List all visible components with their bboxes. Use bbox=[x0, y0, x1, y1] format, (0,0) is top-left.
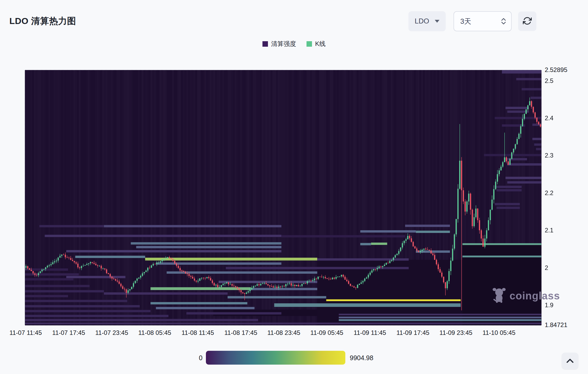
refresh-icon bbox=[523, 16, 532, 26]
colorbar-gradient bbox=[206, 351, 345, 365]
x-axis-label: 11-07 11:45 bbox=[9, 329, 42, 336]
x-axis-label: 11-08 23:45 bbox=[267, 329, 300, 336]
x-axis-label: 11-09 05:45 bbox=[310, 329, 343, 336]
colorbar-max-label: 9904.98 bbox=[350, 354, 373, 362]
y-axis-label: 2.1 bbox=[545, 227, 553, 234]
coin-select[interactable]: LDO bbox=[408, 11, 446, 31]
colorbar-min-label: 0 bbox=[0, 354, 203, 362]
timeframe-select-value: 3天 bbox=[460, 17, 471, 26]
y-axis-label: 1.9 bbox=[545, 301, 553, 309]
chevron-down-icon bbox=[435, 20, 439, 23]
x-axis-label: 11-07 17:45 bbox=[52, 329, 85, 336]
time-axis: 11-07 11:4511-07 17:4511-07 23:4511-08 0… bbox=[0, 329, 588, 337]
y-axis-label: 2.5 bbox=[545, 77, 553, 85]
x-axis-label: 11-09 11:45 bbox=[354, 329, 386, 336]
liquidation-heatmap-canvas[interactable] bbox=[25, 70, 541, 325]
legend-item-liquidation[interactable]: 清算强度 bbox=[262, 40, 296, 48]
x-axis-label: 11-09 17:45 bbox=[396, 329, 429, 336]
x-axis-label: 11-10 05:45 bbox=[482, 329, 515, 336]
chart-legend: 清算强度 K线 bbox=[0, 40, 588, 48]
y-axis-label: 2.3 bbox=[545, 152, 553, 159]
coin-select-value: LDO bbox=[415, 17, 429, 25]
chevron-up-icon bbox=[566, 358, 574, 364]
y-axis-edge-max: 2.52895 bbox=[545, 66, 567, 74]
y-axis-label: 2.2 bbox=[545, 189, 553, 197]
x-axis-label: 11-07 23:45 bbox=[95, 329, 128, 336]
x-axis-label: 11-08 05:45 bbox=[138, 329, 171, 336]
x-axis-label: 11-08 11:45 bbox=[181, 329, 214, 336]
y-axis-label: 2.4 bbox=[545, 114, 553, 122]
legend-item-kline[interactable]: K线 bbox=[307, 40, 326, 48]
legend-label-kline: K线 bbox=[315, 40, 326, 48]
x-axis-label: 11-08 17:45 bbox=[224, 329, 257, 336]
scroll-top-button[interactable] bbox=[562, 353, 578, 369]
liquidation-heatmap-plot[interactable]: coinglass bbox=[25, 70, 542, 325]
refresh-button[interactable] bbox=[518, 11, 536, 31]
select-updown-icon bbox=[501, 18, 506, 25]
legend-label-liquidation: 清算强度 bbox=[271, 40, 296, 48]
page-title: LDO 清算热力图 bbox=[9, 15, 76, 27]
legend-swatch-kline bbox=[307, 41, 312, 47]
x-axis-label: 11-09 23:45 bbox=[439, 329, 472, 336]
y-axis-edge-min: 1.84721 bbox=[545, 321, 567, 329]
legend-swatch-liquidation bbox=[262, 41, 268, 47]
timeframe-select[interactable]: 3天 bbox=[454, 11, 512, 31]
y-axis-label: 2 bbox=[545, 264, 548, 272]
